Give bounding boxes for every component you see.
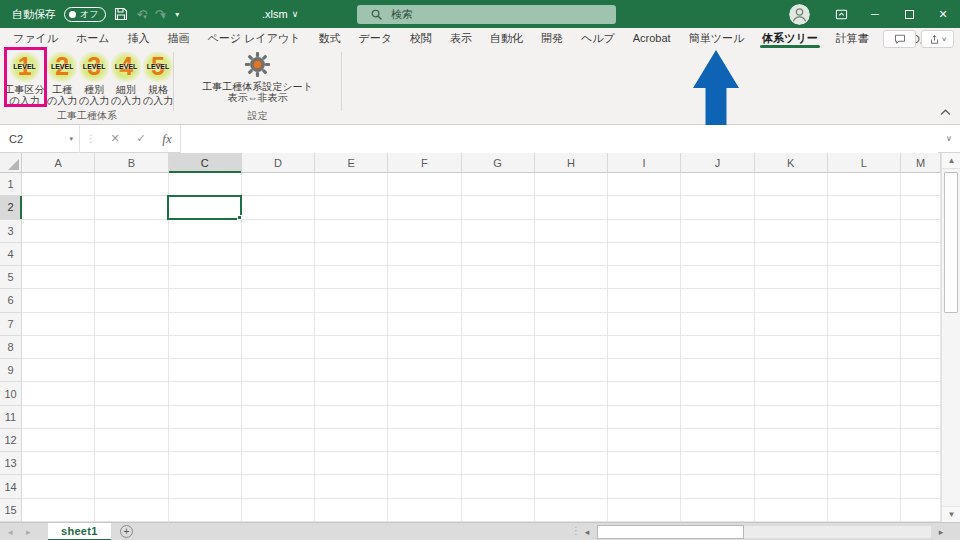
cell-E15[interactable] (315, 499, 388, 522)
cell-B15[interactable] (95, 499, 168, 522)
cell-C5[interactable] (169, 266, 242, 289)
cell-B2[interactable] (95, 196, 168, 219)
cell-L15[interactable] (828, 499, 901, 522)
sheet-nav-left-button[interactable]: ◂ (8, 523, 13, 540)
cell-F3[interactable] (388, 220, 461, 243)
cell-B9[interactable] (95, 359, 168, 382)
formula-input[interactable] (180, 125, 938, 153)
cell-K2[interactable] (755, 196, 828, 219)
settings-sheet-toggle-button[interactable]: 工事工種体系設定シート表示⇔非表示 (174, 51, 341, 103)
cell-G13[interactable] (462, 452, 535, 475)
close-button[interactable]: ✕ (926, 0, 960, 28)
vertical-scrollbar[interactable]: ▲ ▼ (941, 153, 960, 522)
cell-L10[interactable] (828, 382, 901, 405)
cell-L4[interactable] (828, 243, 901, 266)
tab-draw[interactable]: 描画 (159, 28, 199, 48)
level4-detail-input-button[interactable]: 4 LEVEL 細別の入力 (110, 50, 142, 106)
tab-easy-tools[interactable]: 簡単ツール (680, 28, 754, 48)
cell-L11[interactable] (828, 406, 901, 429)
cell-B3[interactable] (95, 220, 168, 243)
row-header-9[interactable]: 9 (0, 359, 22, 382)
cell-L3[interactable] (828, 220, 901, 243)
cell-M14[interactable] (901, 475, 941, 498)
fill-handle[interactable] (237, 215, 242, 220)
row-header-1[interactable]: 1 (0, 173, 22, 196)
column-header-J[interactable]: J (681, 153, 754, 173)
cell-A15[interactable] (22, 499, 95, 522)
cell-J5[interactable] (681, 266, 754, 289)
tab-acrobat[interactable]: Acrobat (624, 28, 680, 48)
cell-J2[interactable] (681, 196, 754, 219)
cell-G12[interactable] (462, 429, 535, 452)
cell-I15[interactable] (608, 499, 681, 522)
cell-M1[interactable] (901, 173, 941, 196)
cell-B6[interactable] (95, 289, 168, 312)
cell-J10[interactable] (681, 382, 754, 405)
cell-A2[interactable] (22, 196, 95, 219)
cell-C9[interactable] (169, 359, 242, 382)
cell-L1[interactable] (828, 173, 901, 196)
cell-D5[interactable] (242, 266, 315, 289)
cell-L8[interactable] (828, 336, 901, 359)
cell-M8[interactable] (901, 336, 941, 359)
cell-D9[interactable] (242, 359, 315, 382)
cell-E10[interactable] (315, 382, 388, 405)
cell-L6[interactable] (828, 289, 901, 312)
cell-M6[interactable] (901, 289, 941, 312)
cell-E13[interactable] (315, 452, 388, 475)
select-all-button[interactable] (0, 153, 22, 173)
cell-H1[interactable] (535, 173, 608, 196)
cell-M4[interactable] (901, 243, 941, 266)
cell-M3[interactable] (901, 220, 941, 243)
cell-C15[interactable] (169, 499, 242, 522)
cell-H15[interactable] (535, 499, 608, 522)
cell-J4[interactable] (681, 243, 754, 266)
row-header-3[interactable]: 3 (0, 220, 22, 243)
cell-B11[interactable] (95, 406, 168, 429)
cell-C7[interactable] (169, 313, 242, 336)
scroll-left-button[interactable]: ◂ (579, 523, 595, 540)
cell-A10[interactable] (22, 382, 95, 405)
cell-I6[interactable] (608, 289, 681, 312)
cell-L2[interactable] (828, 196, 901, 219)
cell-J3[interactable] (681, 220, 754, 243)
tab-insert[interactable]: 挿入 (119, 28, 159, 48)
undo-button[interactable]: ↶▾ (136, 5, 146, 23)
cell-A12[interactable] (22, 429, 95, 452)
row-header-15[interactable]: 15 (0, 499, 22, 522)
sheet-nav-right-button[interactable]: ▸ (26, 523, 31, 540)
level5-spec-input-button[interactable]: 5 LEVEL 規格の入力 (142, 50, 174, 106)
cell-I5[interactable] (608, 266, 681, 289)
cell-G2[interactable] (462, 196, 535, 219)
scroll-up-button[interactable]: ▲ (942, 153, 960, 169)
tab-page-layout[interactable]: ページ レイアウト (199, 28, 310, 48)
cell-J15[interactable] (681, 499, 754, 522)
cell-G5[interactable] (462, 266, 535, 289)
cell-F4[interactable] (388, 243, 461, 266)
cell-L7[interactable] (828, 313, 901, 336)
autosave-toggle[interactable]: オフ (64, 7, 106, 22)
search-input[interactable]: 検索 (357, 5, 616, 24)
cell-E6[interactable] (315, 289, 388, 312)
cell-E14[interactable] (315, 475, 388, 498)
cell-D2[interactable] (242, 196, 315, 219)
cell-C13[interactable] (169, 452, 242, 475)
cell-D14[interactable] (242, 475, 315, 498)
cell-I12[interactable] (608, 429, 681, 452)
cell-E11[interactable] (315, 406, 388, 429)
cell-L9[interactable] (828, 359, 901, 382)
column-header-D[interactable]: D (242, 153, 315, 173)
cell-I4[interactable] (608, 243, 681, 266)
formula-bar-drag-handle[interactable]: ⋮ (80, 133, 102, 144)
cell-C10[interactable] (169, 382, 242, 405)
cell-K8[interactable] (755, 336, 828, 359)
level2-work-type-input-button[interactable]: 2 LEVEL 工種の入力 (46, 50, 78, 106)
cell-M13[interactable] (901, 452, 941, 475)
cell-L13[interactable] (828, 452, 901, 475)
cell-F13[interactable] (388, 452, 461, 475)
sheet-tab-sheet1[interactable]: sheet1 (48, 523, 111, 540)
scroll-down-button[interactable]: ▼ (942, 506, 960, 522)
cell-J14[interactable] (681, 475, 754, 498)
ribbon-display-options-button[interactable] (824, 0, 858, 28)
cell-B14[interactable] (95, 475, 168, 498)
